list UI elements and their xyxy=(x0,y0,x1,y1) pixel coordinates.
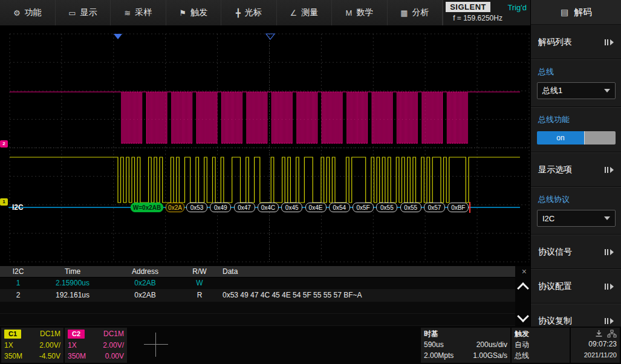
display-options-button[interactable]: 显示选项 xyxy=(531,161,621,179)
cell-time: 2.15900us xyxy=(36,278,109,289)
channel1-scale: 2.00V/ xyxy=(39,340,60,351)
decode-frame: 0x49 xyxy=(210,203,231,212)
timebase-delay: 590us xyxy=(424,339,444,350)
channel2-coupling: DC1M xyxy=(103,329,124,339)
trigger-status-box[interactable]: 触发 自动 总线 xyxy=(512,328,570,363)
bus-select-value: 总线1 xyxy=(542,85,562,96)
timebase-samplerate: 1.00GSa/s xyxy=(473,350,507,361)
frequency-counter: f = 159.6250Hz xyxy=(453,14,502,22)
menu-item-label: 测量 xyxy=(301,7,318,18)
decode-frame: 0x45 xyxy=(281,203,302,212)
channel2-badge: C2 xyxy=(68,330,85,339)
trigger-source: 总线 xyxy=(515,350,567,361)
protocol-select-value: I2C xyxy=(542,214,554,223)
decode-list-button[interactable]: 解码列表 xyxy=(531,33,621,51)
trigger-status-cell: SIGLENT Trig'd f = 159.6250Hz xyxy=(443,0,530,25)
menu-item-measure[interactable]: ∠ 测量 xyxy=(277,0,333,25)
channel1-offset: -4.50V xyxy=(39,351,60,362)
cell-rw: W xyxy=(181,278,218,289)
menu-item-math[interactable]: M 数学 xyxy=(332,0,388,25)
channel1-status-box[interactable]: C1 DC1M 1X 2.00V/ 350M -4.50V xyxy=(1,328,63,363)
decode-list-label: 解码列表 xyxy=(538,37,572,48)
decode-frame: 0x5F xyxy=(353,203,374,212)
usb-icon xyxy=(595,330,603,338)
menu-item-display[interactable]: ▭ 显示 xyxy=(56,0,111,25)
protocol-config-button[interactable]: 协议配置 xyxy=(531,278,621,296)
column-header-i2c: I2C xyxy=(0,266,36,277)
decode-frame: 0x4C xyxy=(258,203,279,212)
channel2-probe: 1X xyxy=(68,340,77,351)
protocol-select[interactable]: I2C xyxy=(537,210,616,227)
decode-table: I2C Time Address R/W Data 1 2.15900us 0x… xyxy=(0,266,530,327)
protocol-signal-label: 协议信号 xyxy=(538,247,572,258)
lan-icon xyxy=(607,330,617,338)
menu-item-label: 功能 xyxy=(25,7,42,18)
channel1-probe: 1X xyxy=(4,340,13,351)
cursor-icon: ╋ xyxy=(236,8,241,18)
trigger-label: 触发 xyxy=(515,329,567,339)
timebase-status-box[interactable]: 时基 590us 200us/div 2.00Mpts 1.00GSa/s xyxy=(421,328,510,363)
trigger-mode: 自动 xyxy=(515,339,567,350)
protocol-copy-label: 协议复制 xyxy=(538,316,572,327)
toggle-on-state: on xyxy=(537,131,584,145)
decode-table-header: I2C Time Address R/W Data xyxy=(0,266,515,278)
protocol-signal-button[interactable]: 协议信号 xyxy=(531,243,621,261)
protocol-config-label: 协议配置 xyxy=(538,281,572,292)
system-time: 09:07:23 xyxy=(574,339,617,350)
analysis-icon: ▦ xyxy=(400,8,408,18)
chevron-down-icon xyxy=(604,216,610,220)
cell-data: 0x53 49 47 4C 45 4E 54 5F 55 55 57 BF~A xyxy=(218,290,515,301)
channel2-status-box[interactable]: C2 DC1M 1X 2.00V/ 350M 0.00V xyxy=(65,328,127,363)
decode-panel: ▤ 解码 解码列表 总线 总线1 总线功能 on 显示选项 总线协议 I2C xyxy=(530,0,621,327)
menu-item-acquire[interactable]: ≋ 采样 xyxy=(111,0,166,25)
separator xyxy=(531,59,621,59)
math-icon: M xyxy=(345,8,352,18)
menu-item-analysis[interactable]: ▦ 分析 xyxy=(388,0,443,25)
timebase-points: 2.00Mpts xyxy=(424,350,454,361)
decode-frame: 0x55 xyxy=(376,203,397,212)
decode-frame-row: W=0x2AB0x2A0x530x490x470x4C0x450x4E0x540… xyxy=(0,203,530,212)
flag-icon: ⚑ xyxy=(179,8,186,18)
waveform-plot xyxy=(0,25,530,266)
column-header-rw: R/W xyxy=(181,266,218,277)
menu-item-utility[interactable]: ⚙ 功能 xyxy=(0,0,56,25)
decode-frame: W=0x2AB xyxy=(131,203,163,212)
panel-title: ▤ 解码 xyxy=(531,0,621,25)
clock-box: 09:07:23 2021/11/20 xyxy=(571,328,620,363)
trigger-status: Trig'd xyxy=(507,3,527,12)
cell-address: 0x2AB xyxy=(109,278,181,289)
menu-item-label: 光标 xyxy=(245,7,262,18)
decode-frame: 0x47 xyxy=(234,203,255,212)
oscilloscope-screen: ⚙ 功能 ▭ 显示 ≋ 采样 ⚑ 触发 ╋ 光标 ∠ 测量 xyxy=(0,0,621,364)
table-row[interactable]: 2 192.161us 0x2AB R 0x53 49 47 4C 45 4E … xyxy=(0,290,515,302)
system-date: 2021/11/20 xyxy=(574,350,617,360)
menu-item-label: 分析 xyxy=(412,7,429,18)
table-row[interactable]: 1 2.15900us 0x2AB W xyxy=(0,278,515,290)
channel2-scale: 2.00V/ xyxy=(103,340,124,351)
menu-item-label: 采样 xyxy=(135,7,152,18)
separator xyxy=(531,152,621,152)
channel2-position-marker[interactable]: 2 xyxy=(0,140,8,148)
scroll-down-icon[interactable] xyxy=(517,310,529,322)
top-menu-bar: ⚙ 功能 ▭ 显示 ≋ 采样 ⚑ 触发 ╋ 光标 ∠ 测量 xyxy=(0,0,530,26)
bus-function-toggle[interactable]: on xyxy=(537,131,616,145)
cell-data xyxy=(218,278,515,289)
crosshair-cursor xyxy=(144,333,168,357)
menu-item-trigger[interactable]: ⚑ 触发 xyxy=(166,0,222,25)
expand-icon xyxy=(604,166,614,174)
status-bar: C1 DC1M 1X 2.00V/ 350M -4.50V C2 DC1M 1X… xyxy=(0,327,621,364)
cell-index: 2 xyxy=(0,290,36,301)
menu-item-cursors[interactable]: ╋ 光标 xyxy=(221,0,277,25)
toggle-track xyxy=(584,131,616,145)
waveform-display[interactable]: 2 1 I2C W=0x2AB0x2A0x530x490x470x4C0x450… xyxy=(0,25,530,266)
cell-rw: R xyxy=(181,290,218,301)
table-scrollbar xyxy=(515,277,530,327)
protocol-select-label: 总线协议 xyxy=(531,194,621,205)
channel1-bandwidth: 350M xyxy=(4,351,22,362)
bus-select[interactable]: 总线1 xyxy=(537,82,616,99)
column-header-address: Address xyxy=(109,266,181,277)
close-icon[interactable]: × xyxy=(522,267,527,276)
decode-frame: 0x54 xyxy=(329,203,350,212)
display-options-label: 显示选项 xyxy=(538,164,572,175)
scroll-up-icon[interactable] xyxy=(517,282,529,294)
